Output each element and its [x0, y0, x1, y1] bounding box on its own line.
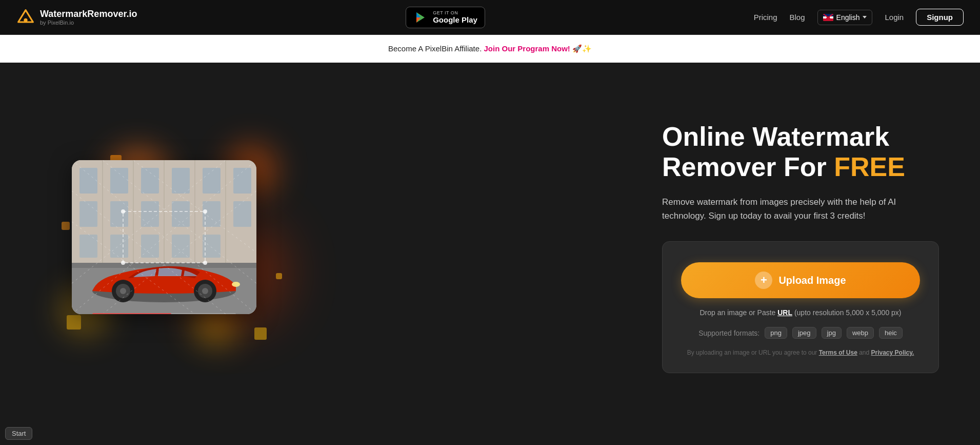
hero-title: Online Watermark Remover For FREE [662, 122, 939, 183]
decoration-sq-4 [254, 327, 267, 340]
url-link[interactable]: URL [777, 308, 792, 317]
chevron-down-icon [863, 16, 867, 18]
language-selector[interactable]: English [817, 10, 873, 25]
formats-row: Supported formats: png jpeg jpg webp hei… [681, 327, 920, 339]
format-badge-webp: webp [847, 327, 874, 339]
signup-button[interactable]: Signup [916, 9, 964, 26]
svg-rect-17 [203, 168, 221, 194]
upload-box: + Upload Image Drop an image or Paste UR… [662, 241, 939, 373]
google-play-text: GET IT ON Google Play [433, 10, 477, 24]
hero-subtitle: Remove watermark from images precisely w… [662, 195, 939, 223]
pricing-link[interactable]: Pricing [754, 13, 777, 22]
play-store-icon [413, 10, 428, 25]
logo-title: WatermarkRemover.io [40, 9, 137, 20]
formats-label: Supported formats: [698, 329, 759, 337]
affiliate-text: Become A PixelBin Affiliate. [388, 44, 482, 53]
upload-image-button[interactable]: + Upload Image [681, 262, 920, 298]
language-label: English [836, 13, 860, 22]
plus-icon: + [755, 272, 772, 289]
format-badge-png: png [765, 327, 787, 339]
get-it-on-label: GET IT ON [433, 10, 477, 15]
format-badge-heic: heic [879, 327, 903, 339]
svg-point-39 [232, 282, 240, 287]
hero-title-line2: Remover For [662, 152, 834, 182]
terms-prefix: By uploading an image or URL you agree t… [687, 349, 819, 356]
terms-of-use-link[interactable]: Terms of Use [819, 349, 857, 356]
car-scene-svg [72, 160, 256, 314]
svg-rect-16 [172, 168, 190, 194]
car-image-wrapper [72, 160, 256, 314]
decoration-sq-3 [67, 315, 81, 330]
uk-flag-icon [823, 14, 833, 21]
google-play-name: Google Play [433, 15, 477, 24]
svg-point-52 [203, 261, 207, 265]
decoration-sq-6 [276, 273, 282, 279]
logo-text: WatermarkRemover.io by PixelBin.io [40, 9, 137, 26]
svg-point-35 [120, 288, 126, 294]
svg-point-51 [121, 261, 125, 265]
logo-icon [16, 8, 35, 27]
hero-title-free: FREE [834, 152, 905, 182]
decoration-sq-5 [62, 222, 70, 230]
format-badge-jpeg: jpeg [792, 327, 816, 339]
svg-rect-25 [79, 235, 97, 258]
svg-rect-21 [141, 201, 159, 227]
navbar-logo-group: WatermarkRemover.io by PixelBin.io [16, 8, 137, 27]
svg-rect-24 [233, 201, 251, 227]
svg-point-50 [203, 209, 207, 214]
google-play-button[interactable]: GET IT ON Google Play [406, 7, 485, 28]
svg-rect-20 [110, 201, 128, 227]
hero-content: Online Watermark Remover For FREE Remove… [631, 122, 939, 374]
hero-section: Online Watermark Remover For FREE Remove… [0, 63, 980, 432]
svg-point-49 [121, 209, 125, 214]
affiliate-banner: Become A PixelBin Affiliate. Join Our Pr… [0, 35, 980, 63]
image-progress-fill [92, 313, 171, 314]
image-progress-bar [92, 313, 236, 314]
blog-link[interactable]: Blog [790, 13, 805, 22]
start-button[interactable]: Start [5, 427, 32, 440]
drop-text-prefix: Drop an image or Paste [700, 308, 778, 317]
drop-text-suffix: (upto resolution 5,000 x 5,000 px) [792, 308, 901, 317]
svg-rect-15 [141, 168, 159, 194]
navbar-center: GET IT ON Google Play [406, 7, 485, 28]
hero-title-line1: Online Watermark [662, 122, 889, 151]
privacy-policy-link[interactable]: Privacy Policy. [871, 349, 914, 356]
svg-point-1 [24, 18, 27, 22]
hero-image-showcase [31, 119, 297, 376]
navbar-right: Pricing Blog English Login Signup [754, 9, 964, 26]
svg-rect-13 [79, 168, 97, 194]
format-badge-jpg: jpg [822, 327, 842, 339]
svg-rect-19 [79, 201, 97, 227]
terms-and: and [857, 349, 871, 356]
svg-rect-22 [172, 201, 190, 227]
login-button[interactable]: Login [885, 13, 904, 22]
logo-subtitle: by PixelBin.io [40, 20, 137, 26]
affiliate-emoji: 🚀✨ [572, 44, 592, 53]
affiliate-cta-link[interactable]: Join Our Program Now! [484, 44, 572, 53]
svg-point-38 [202, 288, 208, 294]
upload-btn-label: Upload Image [778, 275, 846, 286]
drop-text: Drop an image or Paste URL (upto resolut… [681, 308, 920, 317]
affiliate-cta-text: Join Our Program Now! [484, 44, 570, 53]
navbar: WatermarkRemover.io by PixelBin.io GET I… [0, 0, 980, 35]
svg-rect-14 [110, 168, 128, 194]
svg-rect-26 [110, 235, 128, 258]
terms-text: By uploading an image or URL you agree t… [681, 349, 920, 356]
